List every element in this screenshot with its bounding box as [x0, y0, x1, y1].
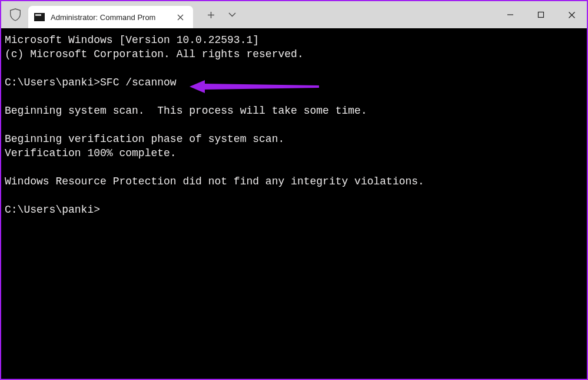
active-tab[interactable]: Administrator: Command Prom	[28, 6, 193, 28]
window-frame: Administrator: Command Prom	[1, 1, 587, 379]
terminal-line: Windows Resource Protection did not find…	[5, 174, 583, 189]
window-controls	[495, 1, 587, 28]
close-icon	[177, 14, 184, 21]
terminal-prompt: C:\Users\panki>	[5, 75, 100, 90]
terminal-command: SFC /scannow	[100, 75, 177, 90]
plus-icon	[207, 11, 215, 19]
terminal-line: Beginning system scan. This process will…	[5, 104, 583, 118]
terminal-blank	[5, 90, 583, 104]
svg-rect-5	[539, 12, 544, 18]
terminal-line: Verification 100% complete.	[5, 146, 583, 160]
terminal-blank	[5, 118, 583, 132]
close-tab-button[interactable]	[173, 10, 187, 24]
close-icon	[568, 11, 576, 19]
terminal-blank	[5, 189, 583, 203]
maximize-button[interactable]	[526, 1, 556, 28]
terminal-area[interactable]: Microsoft Windows [Version 10.0.22593.1]…	[1, 28, 587, 379]
minimize-icon	[507, 11, 514, 18]
minimize-button[interactable]	[495, 1, 526, 28]
shield-icon	[1, 1, 25, 28]
maximize-icon	[537, 11, 544, 18]
terminal-line: (c) Microsoft Corporation. All rights re…	[5, 47, 583, 61]
terminal-command-line: C:\Users\panki>SFC /scannow	[5, 75, 583, 90]
terminal-line: Beginning verification phase of system s…	[5, 132, 583, 146]
cmd-icon	[34, 13, 45, 21]
close-window-button[interactable]	[556, 1, 587, 28]
terminal-prompt: C:\Users\panki>	[5, 203, 583, 217]
chevron-down-icon	[228, 12, 236, 17]
tab-actions	[200, 1, 242, 28]
new-tab-button[interactable]	[200, 4, 221, 25]
terminal-blank	[5, 160, 583, 174]
titlebar[interactable]: Administrator: Command Prom	[1, 1, 587, 28]
tab-dropdown-button[interactable]	[221, 4, 242, 25]
terminal-blank	[5, 61, 583, 75]
tab-title: Administrator: Command Prom	[51, 13, 168, 22]
terminal-line: Microsoft Windows [Version 10.0.22593.1]	[5, 33, 583, 47]
